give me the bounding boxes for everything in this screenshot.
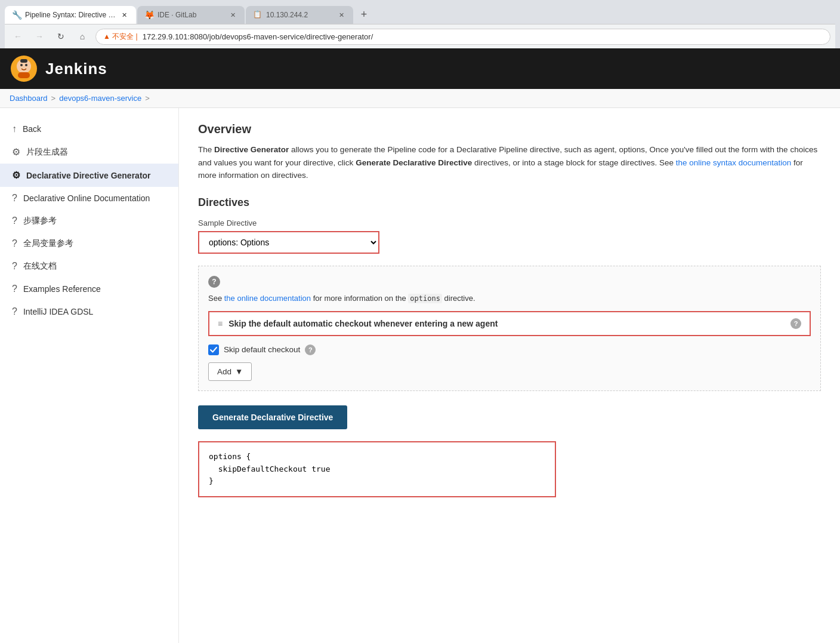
doc-text-prefix: See (208, 294, 224, 303)
home-button[interactable]: ⌂ (74, 28, 91, 45)
option-row: ≡ Skip the default automatic checkout wh… (208, 311, 811, 336)
options-help-badge[interactable]: ? (208, 276, 220, 288)
doc-text-suffix: for more information on the (311, 294, 408, 303)
option-row-label: Skip the default automatic checkout when… (228, 319, 785, 328)
sidebar-item-examples-ref[interactable]: ? Examples Reference (0, 278, 178, 300)
svg-point-4 (25, 64, 27, 66)
back-button[interactable]: ← (10, 28, 26, 45)
tab-active[interactable]: 🔧 Pipeline Syntax: Directive Gen… ✕ (5, 6, 136, 24)
sidebar-label-declarative-gen: Declarative Directive Generator (26, 171, 151, 180)
breadcrumb-job[interactable]: devops6-maven-service (59, 94, 141, 103)
overview-syntax-doc-link[interactable]: the online syntax documentation (676, 158, 792, 167)
add-button-arrow-icon: ▼ (235, 367, 243, 376)
tab-title: Pipeline Syntax: Directive Gen… (25, 11, 116, 19)
directives-title: Directives (198, 196, 821, 209)
question-icon-online: ? (12, 261, 17, 272)
svg-rect-5 (20, 59, 27, 63)
back-icon: ↑ (12, 124, 17, 134)
sidebar-item-global-var[interactable]: ? 全局变量参考 (0, 232, 178, 255)
overview-text-prefix: The (198, 145, 214, 154)
overview-description: The Directive Generator allows you to ge… (198, 143, 821, 182)
security-warning: ▲ 不安全 | (103, 32, 138, 42)
sidebar-item-declarative-gen[interactable]: ⚙ Declarative Directive Generator (0, 164, 178, 187)
jenkins-logo-icon (10, 54, 38, 83)
tab-title-gitlab: IDE · GitLab (158, 11, 224, 19)
browser-toolbar: ← → ↻ ⌂ ▲ 不安全 | 172.29.9.101:8080/job/de… (5, 24, 835, 48)
checkbox-input[interactable] (208, 344, 219, 355)
directive-select-wrapper[interactable]: options: Options (198, 231, 379, 254)
tab-favicon-ip: 📋 (253, 10, 262, 20)
question-icon-docs: ? (12, 193, 17, 204)
overview-title: Overview (198, 122, 821, 136)
code-output: options { skipDefaultCheckout true } (198, 441, 556, 497)
jenkins-header: Jenkins (0, 48, 840, 89)
svg-rect-2 (18, 72, 30, 78)
tab-close-gitlab[interactable]: ✕ (228, 10, 237, 20)
tab-favicon-gitlab: 🦊 (144, 10, 154, 20)
options-doc-text: See the online documentation for more in… (208, 294, 811, 303)
sidebar-item-step-ref[interactable]: ? 步骤参考 (0, 210, 178, 232)
sample-directive-label: Sample Directive (198, 219, 821, 227)
tab-close-button[interactable]: ✕ (119, 10, 129, 20)
browser-tab-bar: 🔧 Pipeline Syntax: Directive Gen… ✕ 🦊 ID… (5, 5, 835, 24)
sidebar-item-declarative-docs[interactable]: ? Declarative Online Documentation (0, 187, 178, 210)
jenkins-title: Jenkins (45, 60, 107, 78)
tab-title-ip: 10.130.244.2 (266, 11, 333, 19)
browser-chrome: 🔧 Pipeline Syntax: Directive Gen… ✕ 🦊 ID… (0, 0, 840, 48)
checkbox-label: Skip default checkout (224, 345, 300, 354)
overview-cta-bold: Generate Declarative Directive (356, 158, 472, 167)
overview-text-suffix: directives, or into a stage block for st… (472, 158, 675, 167)
sidebar-label-back: Back (23, 124, 41, 134)
sidebar: ↑ Back ⚙ 片段生成器 ⚙ Declarative Directive G… (0, 108, 179, 643)
tab-gitlab[interactable]: 🦊 IDE · GitLab ✕ (137, 6, 245, 24)
tab-close-ip[interactable]: ✕ (336, 10, 346, 20)
address-bar[interactable]: ▲ 不安全 | 172.29.9.101:8080/job/devops6-ma… (95, 29, 830, 45)
sidebar-label-step-ref: 步骤参考 (23, 216, 57, 226)
tab-ip[interactable]: 📋 10.130.244.2 ✕ (246, 6, 353, 24)
gear-icon-snippet: ⚙ (12, 146, 20, 158)
options-box-header: ? (208, 276, 811, 288)
reload-button[interactable]: ↻ (52, 28, 69, 45)
overview-bold: Directive Generator (214, 145, 289, 154)
breadcrumb-sep2: > (145, 94, 150, 103)
generate-declarative-directive-button[interactable]: Generate Declarative Directive (198, 405, 347, 429)
sidebar-item-intellij[interactable]: ? IntelliJ IDEA GDSL (0, 300, 178, 323)
tab-favicon: 🔧 (12, 10, 21, 20)
question-icon-step: ? (12, 216, 17, 226)
options-box: ? See the online documentation for more … (198, 266, 821, 391)
sidebar-label-global-var: 全局变量参考 (23, 238, 73, 249)
sidebar-label-examples-ref: Examples Reference (23, 284, 101, 294)
options-online-doc-link[interactable]: the online documentation (224, 294, 311, 303)
sidebar-label-snippet: 片段生成器 (26, 147, 68, 158)
options-code: options (408, 294, 442, 303)
add-button-label: Add (217, 367, 231, 376)
breadcrumb-sep1: > (51, 94, 56, 103)
checkbox-row[interactable]: Skip default checkout ? (208, 342, 811, 358)
gear-icon-declarative: ⚙ (12, 170, 20, 181)
url-text: 172.29.9.101:8080/job/devops6-maven-serv… (143, 32, 823, 41)
question-icon-examples: ? (12, 284, 17, 294)
question-icon-intellij: ? (12, 306, 17, 317)
option-help-icon[interactable]: ? (790, 318, 801, 329)
doc-text-end: directive. (442, 294, 475, 303)
main-layout: ↑ Back ⚙ 片段生成器 ⚙ Declarative Directive G… (0, 108, 840, 643)
drag-handle-icon[interactable]: ≡ (218, 319, 223, 328)
breadcrumb: Dashboard > devops6-maven-service > (0, 89, 840, 108)
forward-button[interactable]: → (31, 28, 48, 45)
breadcrumb-dashboard[interactable]: Dashboard (10, 94, 48, 103)
question-icon-global: ? (12, 238, 17, 249)
sidebar-label-online-docs: 在线文档 (23, 261, 57, 272)
sidebar-item-snippet-gen[interactable]: ⚙ 片段生成器 (0, 140, 178, 164)
option-section: ≡ Skip the default automatic checkout wh… (208, 311, 811, 358)
add-button[interactable]: Add ▼ (208, 362, 252, 381)
checkbox-help-icon[interactable]: ? (305, 344, 316, 355)
sidebar-item-online-docs[interactable]: ? 在线文档 (0, 255, 178, 278)
new-tab-button[interactable]: + (354, 5, 373, 24)
sidebar-label-intellij: IntelliJ IDEA GDSL (23, 307, 94, 316)
content-area: Overview The Directive Generator allows … (179, 108, 840, 643)
directive-select[interactable]: options: Options (199, 232, 378, 253)
sidebar-item-back[interactable]: ↑ Back (0, 118, 178, 140)
checkmark-icon (210, 346, 217, 353)
svg-point-3 (20, 64, 23, 66)
sidebar-label-declarative-docs: Declarative Online Documentation (23, 193, 150, 203)
